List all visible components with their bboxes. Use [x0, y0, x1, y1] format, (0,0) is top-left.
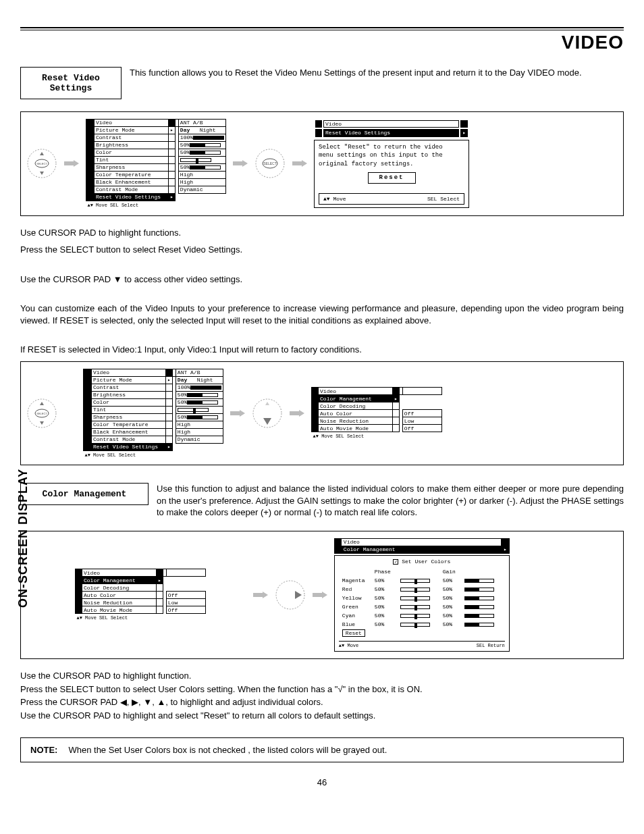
svg-marker-10	[292, 160, 307, 167]
osd-video-menu: Video ANT A/B Picture Mode ▸ Day Night C…	[86, 119, 226, 209]
svg-text:SELECT: SELECT	[36, 412, 47, 415]
select-button-icon: SELECT	[254, 148, 286, 179]
svg-marker-16	[230, 410, 245, 417]
svg-marker-18	[263, 418, 271, 425]
svg-text:SELECT: SELECT	[36, 162, 47, 165]
svg-marker-19	[265, 402, 269, 405]
arrow-right-icon	[253, 592, 268, 598]
svg-marker-24	[313, 592, 327, 598]
svg-marker-4	[40, 172, 44, 175]
svg-marker-5	[64, 160, 79, 167]
svg-text:SELECT: SELECT	[263, 161, 276, 165]
svg-marker-3	[40, 152, 44, 155]
arrow-right-icon	[313, 592, 327, 598]
page-title: VIDEO	[20, 32, 624, 53]
section-heading-reset: Reset Video Settings	[20, 67, 122, 99]
arrow-right-icon	[233, 160, 248, 167]
cursor-pad-icon: SELECT	[26, 398, 57, 429]
svg-marker-20	[290, 410, 304, 417]
sidebar-label: ON-SCREEN DISPLAY	[16, 469, 30, 608]
cursor-pad-icon: SELECT	[26, 148, 57, 179]
osd-video-menu-2: Video ANT A/B Picture Mode ▸ Day Night C…	[83, 369, 223, 459]
cursor-down-icon	[252, 398, 283, 429]
svg-marker-6	[233, 160, 248, 167]
svg-marker-23	[295, 591, 302, 599]
page-number: 46	[20, 777, 624, 787]
svg-marker-21	[253, 592, 268, 598]
svg-marker-14	[40, 402, 44, 405]
section-heading-color-mgmt: Color Management	[20, 483, 149, 505]
section2-intro: Use this function to adjust and balance …	[157, 483, 624, 519]
svg-marker-15	[40, 421, 44, 425]
reset-button[interactable]: Reset	[368, 172, 416, 184]
osd-video-submenu-2: Video Color Management ▸ Color Decoding …	[75, 569, 206, 621]
diagram-reset-flow-1: SELECT Video ANT A/B Picture Mode ▸ Day …	[20, 111, 624, 216]
note-box: NOTE:When the Set User Colors box is not…	[20, 737, 624, 762]
arrow-right-icon	[230, 410, 245, 417]
osd-reset-confirm: Video Reset Video Settings▸ Select "Rese…	[314, 119, 469, 208]
arrow-right-icon	[290, 410, 304, 417]
arrow-right-icon	[292, 160, 307, 167]
diagram-reset-flow-2: SELECT Video ANT A/B Picture Mode ▸ Day …	[20, 361, 624, 466]
osd-video-submenu: Video Color Management ▸ Color Decoding …	[311, 387, 442, 440]
section1-intro: This function allows you to Reset the Vi…	[130, 67, 624, 79]
cursor-right-icon	[275, 579, 306, 610]
arrow-right-icon	[64, 160, 79, 167]
osd-color-management: Video Color Management▸ ✓ Set User Color…	[334, 538, 510, 652]
diagram-color-mgmt-flow: Video Color Management ▸ Color Decoding …	[20, 531, 624, 659]
